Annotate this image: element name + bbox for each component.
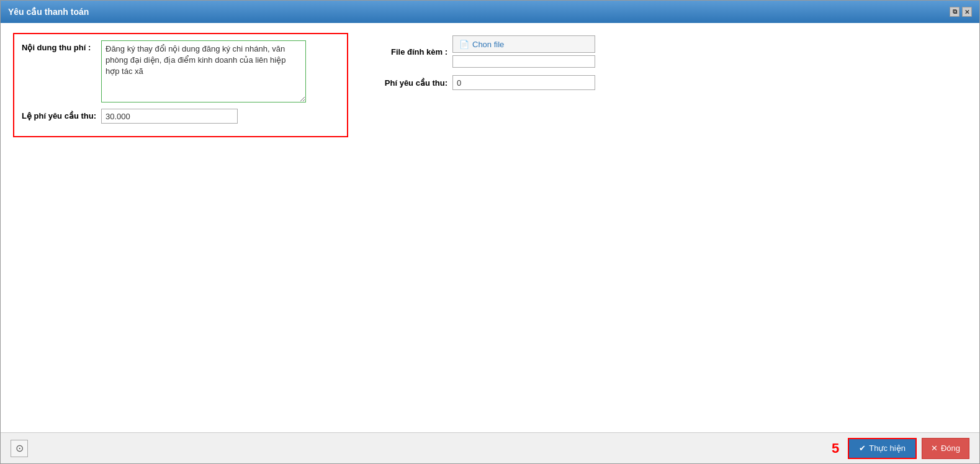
- le-phi-label: Lệ phí yêu cầu thu:: [22, 109, 96, 121]
- file-dinh-kem-label: File đính kèm :: [373, 47, 447, 57]
- chon-file-label: Chon file: [472, 40, 504, 49]
- file-dinh-kem-row: File đính kèm : 📄 Chon file: [373, 35, 967, 68]
- bottom-right: 5 ✔ Thực hiện ✕ Đóng: [832, 438, 969, 459]
- close-button[interactable]: ✕: [962, 7, 972, 17]
- left-section: Nội dung thu phí : Đăng ký thay đổi nội …: [13, 33, 348, 137]
- main-window: Yêu cầu thanh toán ⧉ ✕ Nội dung thu phí …: [0, 0, 980, 464]
- restore-button[interactable]: ⧉: [950, 7, 960, 17]
- upload-button[interactable]: ⊙: [11, 440, 28, 457]
- main-content: Nội dung thu phí : Đăng ký thay đổi nội …: [1, 23, 979, 432]
- file-name-input[interactable]: [452, 55, 595, 68]
- xmark-icon: ✕: [931, 444, 938, 453]
- noi-dung-textarea[interactable]: Đăng ký thay đổi nội dung đăng ký chi nh…: [101, 40, 306, 102]
- upload-icon: ⊙: [16, 442, 24, 454]
- form-section: Nội dung thu phí : Đăng ký thay đổi nội …: [13, 33, 967, 137]
- dong-label: Đóng: [941, 444, 960, 453]
- window-title: Yêu cầu thanh toán: [8, 7, 89, 17]
- phi-yeu-cau-label: Phí yêu cầu thu:: [373, 78, 447, 88]
- file-icon: 📄: [459, 40, 469, 49]
- badge-number: 5: [832, 440, 839, 457]
- le-phi-input[interactable]: [101, 109, 238, 124]
- thuc-hien-button[interactable]: ✔ Thực hiện: [848, 438, 917, 459]
- file-attach-wrapper: 📄 Chon file: [452, 35, 595, 68]
- le-phi-row: Lệ phí yêu cầu thu:: [22, 109, 339, 124]
- bottom-left: ⊙: [11, 440, 28, 457]
- checkmark-icon: ✔: [859, 444, 866, 453]
- phi-yeu-cau-row: Phí yêu cầu thu:: [373, 75, 967, 90]
- right-section: File đính kèm : 📄 Chon file Phí yêu cầu …: [373, 33, 967, 98]
- thuc-hien-label: Thực hiện: [869, 444, 906, 453]
- title-bar: Yêu cầu thanh toán ⧉ ✕: [1, 1, 979, 23]
- noi-dung-row: Nội dung thu phí : Đăng ký thay đổi nội …: [22, 40, 339, 102]
- chon-file-button[interactable]: 📄 Chon file: [452, 35, 595, 53]
- dong-button[interactable]: ✕ Đóng: [922, 438, 969, 459]
- title-bar-controls: ⧉ ✕: [950, 7, 972, 17]
- phi-yeu-cau-input[interactable]: [452, 75, 595, 90]
- noi-dung-label: Nội dung thu phí :: [22, 40, 96, 52]
- bottom-bar: ⊙ 5 ✔ Thực hiện ✕ Đóng: [1, 432, 979, 463]
